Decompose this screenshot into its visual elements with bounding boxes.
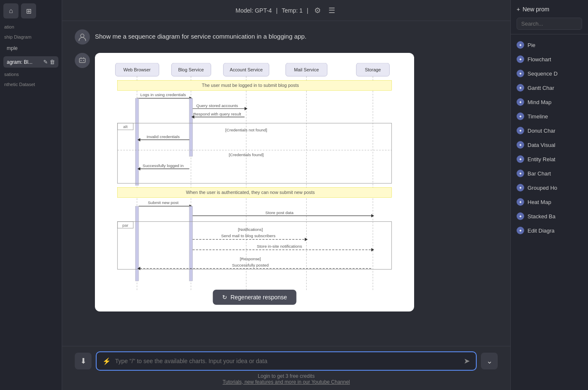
new-prompt-button[interactable]: + New prom: [517, 4, 549, 14]
user-avatar: [75, 29, 90, 44]
chart-label-10: Grouped Ho: [528, 185, 557, 191]
right-sidebar-item-5[interactable]: ✦ Timeline: [511, 109, 588, 123]
search-input[interactable]: [517, 18, 582, 30]
header-bar: Model: GPT-4 | Temp: 1 | ⚙ ☰: [62, 0, 510, 21]
right-sidebar-item-1[interactable]: ✦ Flowchart: [511, 52, 588, 66]
svg-text:alt: alt: [123, 124, 128, 129]
svg-text:Successfully logged in: Successfully logged in: [143, 163, 184, 168]
right-sidebar-item-7[interactable]: ✦ Data Visual: [511, 138, 588, 152]
right-sidebar: + New prom ✦ Pie ✦ Flowchart ✦ Sequence …: [510, 0, 588, 390]
new-tab-button[interactable]: ⊞: [21, 3, 36, 18]
ai-message: Web Browser Blog Service Account Service…: [75, 53, 498, 311]
refresh-icon: ↻: [222, 294, 227, 301]
chart-label-4: Mind Map: [528, 99, 551, 105]
right-sidebar-item-11[interactable]: ✦ Heat Map: [511, 195, 588, 209]
right-sidebar-item-6[interactable]: ✦ Donut Char: [511, 123, 588, 138]
main-area: Model: GPT-4 | Temp: 1 | ⚙ ☰ Show me a s…: [62, 0, 510, 390]
sequence-diagram: Web Browser Blog Service Account Service…: [105, 63, 404, 300]
model-label: Model: GPT-4: [236, 7, 272, 14]
chart-label-9: Bar Chart: [528, 170, 551, 177]
settings-button[interactable]: ⚙: [312, 5, 323, 16]
right-sidebar-item-9[interactable]: ✦ Bar Chart: [511, 166, 588, 181]
svg-text:The user must be logged in to : The user must be logged in to submit blo…: [202, 83, 299, 88]
ai-content: Web Browser Blog Service Account Service…: [95, 53, 498, 311]
credits-text: Login to get 3 free credits: [258, 373, 315, 379]
chart-icon-6: ✦: [517, 127, 524, 134]
svg-point-3: [83, 60, 84, 61]
svg-text:Invalid credentials: Invalid credentials: [147, 134, 180, 139]
bolt-icon: ⚡: [102, 357, 111, 365]
send-icon: ➤: [464, 357, 470, 365]
chart-label-3: Gantt Char: [528, 85, 554, 91]
chart-icon-1: ✦: [517, 55, 524, 63]
model-info: Model: GPT-4 | Temp: 1 | ⚙ ☰: [236, 5, 337, 16]
chart-label-11: Heat Map: [528, 199, 551, 205]
right-sidebar-top: + New prom: [511, 0, 588, 34]
chart-icon-5: ✦: [517, 113, 524, 120]
svg-text:par: par: [122, 223, 129, 228]
new-prompt-label: New prom: [522, 6, 549, 13]
chat-input-wrapper: ⚡ ➤: [96, 351, 477, 371]
input-area: ⬇ ⚡ ➤ ⌄ Login to get 3 free credits Tuto…: [62, 346, 510, 390]
ai-avatar: [75, 53, 90, 68]
chart-icon-7: ✦: [517, 141, 524, 149]
svg-rect-50: [189, 206, 193, 281]
svg-text:Account Service: Account Service: [230, 67, 262, 72]
right-sidebar-item-2[interactable]: ✦ Sequence D: [511, 66, 588, 81]
left-sidebar: ⌂ ⊞ ation ship Diagram mple agram: Bl...…: [0, 0, 62, 390]
svg-text:Mail Service: Mail Service: [294, 67, 319, 72]
chat-area: Show me a sequence diagram for service c…: [62, 21, 510, 346]
dataset-label: nthetic Dataset: [3, 80, 58, 88]
menu-button[interactable]: ☰: [327, 5, 337, 16]
right-sidebar-item-12[interactable]: ✦ Stacked Ba: [511, 209, 588, 223]
svg-text:[Credentials found]: [Credentials found]: [229, 152, 264, 157]
right-sidebar-item-10[interactable]: ✦ Grouped Ho: [511, 181, 588, 195]
left-sidebar-top: ⌂ ⊞: [3, 3, 58, 18]
chart-label-7: Data Visual: [528, 142, 555, 148]
edit-icon[interactable]: ✎: [43, 59, 48, 65]
svg-text:Blog Service: Blog Service: [178, 67, 204, 72]
regenerate-label: Regenerate response: [231, 294, 287, 301]
right-sidebar-item-8[interactable]: ✦ Entity Relat: [511, 152, 588, 166]
chart-label-2: Sequence D: [528, 71, 558, 77]
download-button[interactable]: ⬇: [75, 353, 92, 369]
chart-label-0: Pie: [528, 42, 536, 48]
chart-icon-2: ✦: [517, 70, 524, 77]
chart-icon-0: ✦: [517, 41, 524, 49]
svg-text:Storage: Storage: [365, 67, 381, 72]
regenerate-button[interactable]: ↻ Regenerate response: [213, 290, 297, 305]
chart-label-5: Timeline: [528, 113, 548, 120]
chart-icon-8: ✦: [517, 155, 524, 163]
right-sidebar-items: ✦ Pie ✦ Flowchart ✦ Sequence D ✦ Gantt C…: [511, 34, 588, 241]
right-sidebar-item-0[interactable]: ✦ Pie: [511, 38, 588, 52]
user-message: Show me a sequence diagram for service c…: [75, 29, 498, 44]
sidebar-item-mple[interactable]: mple: [3, 43, 58, 54]
svg-text:Query stored accounts: Query stored accounts: [196, 103, 238, 108]
svg-text:[Credentials not found]: [Credentials not found]: [226, 128, 268, 132]
scroll-down-button[interactable]: ⌄: [481, 353, 498, 369]
chart-icon-13: ✦: [517, 227, 524, 234]
chart-label-13: Edit Diagra: [528, 228, 554, 234]
chat-input[interactable]: [115, 358, 459, 364]
sidebar-item-active[interactable]: agram: Bl... ✎ 🗑: [3, 56, 58, 68]
diagram-container: Web Browser Blog Service Account Service…: [95, 53, 414, 311]
sidebar-section-ship: ship Diagram: [3, 33, 58, 40]
home-button[interactable]: ⌂: [3, 3, 18, 18]
svg-text:[Notifications]: [Notifications]: [238, 227, 263, 232]
send-button[interactable]: ➤: [464, 356, 470, 366]
right-sidebar-item-13[interactable]: ✦ Edit Diagra: [511, 223, 588, 238]
separator2: |: [307, 7, 309, 14]
youtube-link[interactable]: Tutorials, new features and more in our …: [223, 379, 350, 385]
user-text: Show me a sequence diagram for service c…: [95, 29, 307, 41]
right-sidebar-item-4[interactable]: ✦ Mind Map: [511, 95, 588, 109]
svg-point-0: [81, 34, 84, 37]
download-icon: ⬇: [80, 356, 87, 366]
delete-icon[interactable]: 🗑: [50, 59, 55, 65]
chart-label-8: Entity Relat: [528, 156, 555, 162]
svg-text:Logs in using credentials: Logs in using credentials: [140, 92, 186, 97]
chart-icon-10: ✦: [517, 184, 524, 191]
conversations-label: sations: [3, 70, 58, 78]
chart-icon-11: ✦: [517, 198, 524, 206]
svg-text:[Response]: [Response]: [240, 257, 261, 261]
right-sidebar-item-3[interactable]: ✦ Gantt Char: [511, 81, 588, 95]
